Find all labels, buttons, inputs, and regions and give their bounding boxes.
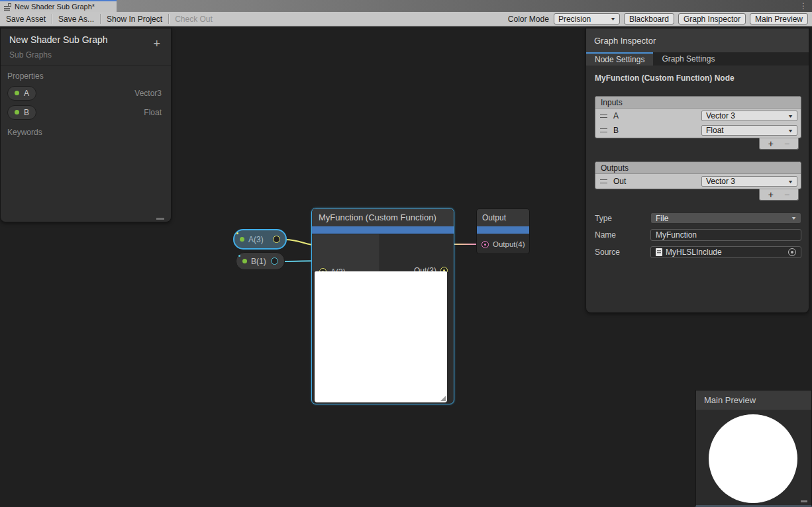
custom-function-node[interactable]: MyFunction (Custom Function) A(3) B(1) O… — [311, 208, 454, 404]
property-node-b[interactable]: B(1) — [236, 252, 285, 270]
source-value: MyHLSLInclude — [666, 248, 722, 257]
toolbar: Save Asset Save As... Show In Project Ch… — [0, 12, 812, 26]
save-asset-button[interactable]: Save Asset — [0, 12, 52, 26]
outputs-list-header: Outputs — [595, 162, 801, 174]
color-mode-value: Precision — [558, 15, 591, 24]
input-name: A — [613, 111, 619, 120]
node-settings-heading: MyFunction (Custom Function) Node — [595, 73, 800, 83]
color-mode-label: Color Mode — [508, 15, 554, 24]
source-field-row: Source MyHLSLInclude — [595, 246, 801, 258]
inputs-list-footer: + − — [759, 138, 799, 150]
output-node[interactable]: Output Output(4) — [476, 208, 530, 254]
output-node-ports: Output(4) — [477, 234, 529, 254]
keywords-section-label: Keywords — [1, 122, 171, 140]
blackboard-subtitle: Sub Graphs — [9, 50, 163, 60]
outputs-list: Outputs Out Vector 3 ▼ — [595, 161, 801, 189]
type-field-row: Type File ▼ — [595, 212, 801, 224]
property-b-output-port[interactable] — [271, 257, 278, 265]
inspector-tabs: Node Settings Graph Settings — [586, 52, 809, 66]
property-row-b: B Float — [1, 103, 171, 122]
chevron-down-icon: ▼ — [787, 179, 793, 184]
blackboard-toggle-button[interactable]: Blackboard — [624, 13, 674, 24]
inputs-row-b[interactable]: B Float ▼ — [595, 123, 801, 138]
properties-section-label: Properties — [1, 66, 171, 83]
property-pill-a[interactable]: A — [7, 86, 36, 101]
graph-inspector-toggle-button[interactable]: Graph Inspector — [678, 13, 746, 24]
tab-new-shader-sub-graph[interactable]: New Shader Sub Graph* — [0, 0, 117, 12]
collapse-preview-handle[interactable] — [440, 396, 446, 401]
add-output-button[interactable]: + — [768, 189, 774, 200]
function-node-ports: A(3) B(1) Out(3) — [312, 234, 454, 270]
main-preview-toggle-button[interactable]: Main Preview — [750, 13, 808, 24]
property-type: Vector3 — [134, 89, 162, 98]
drag-handle-icon[interactable] — [600, 179, 607, 183]
blackboard-resize-handle[interactable] — [156, 218, 164, 220]
preview-resize-handle[interactable] — [801, 500, 807, 502]
input-b-type-dropdown[interactable]: Float ▼ — [701, 125, 797, 136]
shader-graph-icon — [4, 3, 11, 11]
save-as-button[interactable]: Save As... — [52, 12, 100, 26]
add-input-button[interactable]: + — [768, 138, 774, 149]
object-picker-icon[interactable] — [788, 248, 796, 256]
blackboard-panel: New Shader Sub Graph Sub Graphs + Proper… — [0, 28, 172, 222]
property-name: A — [24, 89, 29, 98]
property-node-label: B(1) — [251, 257, 266, 266]
name-input[interactable]: MyFunction — [650, 229, 801, 241]
output-type-value: Vector 3 — [706, 177, 735, 186]
exposed-dot-icon — [242, 259, 247, 263]
color-mode-dropdown[interactable]: Precision ▼ — [554, 13, 620, 24]
input-ports-column — [312, 234, 380, 271]
property-row-a: A Vector3 — [1, 83, 171, 103]
input-a-type-dropdown[interactable]: Vector 3 ▼ — [701, 111, 797, 121]
output-name: Out — [613, 177, 626, 186]
input-name: B — [613, 126, 619, 135]
type-value: File — [656, 214, 668, 223]
outputs-row-out[interactable]: Out Vector 3 ▼ — [595, 174, 801, 189]
type-label: Type — [595, 214, 650, 223]
name-field-row: Name MyFunction — [595, 229, 801, 241]
type-dropdown[interactable]: File ▼ — [650, 212, 801, 224]
chevron-down-icon: ▼ — [791, 216, 797, 220]
kebab-menu-icon[interactable]: ⋮ — [799, 0, 807, 12]
property-name: B — [24, 108, 29, 117]
name-label: Name — [595, 230, 650, 240]
inputs-list-header: Inputs — [595, 97, 801, 109]
port-output-label: Output(4) — [493, 240, 525, 248]
graph-inspector-panel: Graph Inspector Node Settings Graph Sett… — [585, 28, 809, 313]
drag-handle-icon[interactable] — [600, 128, 607, 132]
output-type-dropdown[interactable]: Vector 3 ▼ — [701, 176, 797, 187]
tab-node-settings[interactable]: Node Settings — [586, 52, 653, 66]
inputs-list: Inputs A Vector 3 ▼ B Float ▼ — [595, 96, 801, 138]
inspector-title: Graph Inspector — [586, 28, 809, 52]
inputs-row-a[interactable]: A Vector 3 ▼ — [595, 109, 801, 123]
remove-output-button[interactable]: − — [784, 189, 789, 200]
file-icon — [656, 248, 662, 256]
precision-strip — [477, 226, 529, 234]
main-preview-panel: Main Preview — [695, 390, 812, 507]
property-a-output-port[interactable] — [273, 236, 280, 243]
remove-input-button[interactable]: − — [784, 138, 789, 149]
chevron-down-icon: ▼ — [787, 128, 793, 133]
property-node-a[interactable]: A(3) — [233, 229, 287, 250]
input-type-value: Vector 3 — [706, 111, 735, 120]
exposed-dot-icon — [15, 110, 19, 115]
tab-graph-settings[interactable]: Graph Settings — [653, 52, 723, 66]
drag-handle-icon[interactable] — [600, 114, 607, 118]
precision-strip — [312, 226, 454, 234]
tab-title: New Shader Sub Graph* — [15, 3, 95, 11]
chevron-down-icon: ▼ — [610, 17, 616, 21]
show-in-project-button[interactable]: Show In Project — [101, 12, 168, 26]
property-pill-b[interactable]: B — [7, 105, 36, 120]
input-type-value: Float — [706, 126, 724, 135]
add-property-button[interactable]: + — [153, 37, 160, 51]
source-label: Source — [595, 248, 650, 257]
name-value: MyFunction — [656, 230, 697, 240]
source-object-field[interactable]: MyHLSLInclude — [650, 246, 801, 258]
property-node-label: A(3) — [248, 235, 264, 244]
tab-bar: New Shader Sub Graph* ⋮ — [0, 0, 812, 12]
port-output-input[interactable] — [482, 241, 489, 248]
shader-preview-sphere[interactable] — [709, 414, 797, 503]
chevron-down-icon: ▼ — [787, 114, 793, 118]
toolbar-right-group: Color Mode Precision ▼ Blackboard Graph … — [508, 13, 812, 24]
node-preview — [315, 271, 447, 402]
